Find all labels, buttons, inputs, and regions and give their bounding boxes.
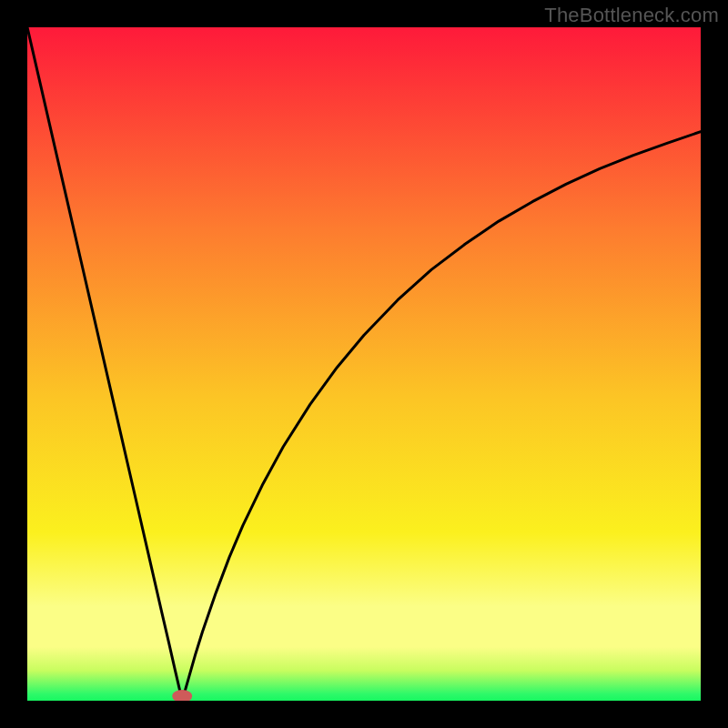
- plot-area: [27, 27, 701, 701]
- chart-svg: [27, 27, 701, 701]
- attribution-text: TheBottleneck.com: [544, 4, 719, 27]
- gradient-background: [27, 27, 701, 701]
- chart-frame: TheBottleneck.com: [0, 0, 728, 728]
